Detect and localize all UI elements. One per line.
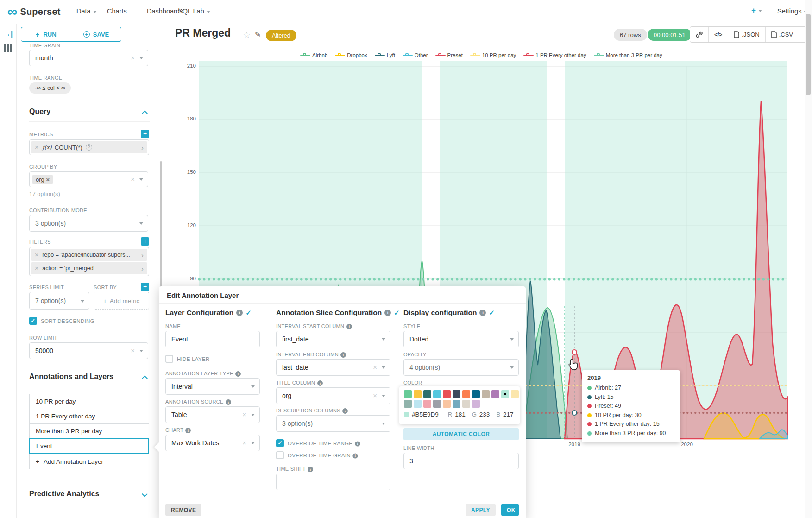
info-icon[interactable] [384, 310, 391, 316]
legend-item[interactable]: Lyft [375, 52, 395, 58]
remove-filter-icon[interactable] [35, 251, 38, 259]
clear-icon[interactable] [242, 439, 246, 447]
info-icon[interactable] [353, 453, 358, 458]
clear-icon[interactable] [373, 392, 377, 400]
info-icon[interactable] [479, 310, 486, 316]
contribution-mode-select[interactable]: 3 option(s) [29, 215, 148, 232]
datasource-grid-icon[interactable] [4, 44, 12, 52]
interval-start-select[interactable]: first_date [276, 331, 390, 347]
color-swatch[interactable] [511, 390, 519, 398]
chevron-up-icon[interactable] [142, 110, 148, 116]
info-icon[interactable] [342, 408, 348, 414]
filter-chip[interactable]: repo = 'apache/incubator-supers... [31, 249, 147, 261]
chart-select[interactable]: Max Work Dates [165, 435, 260, 451]
info-icon[interactable] [235, 371, 241, 377]
group-by-chip[interactable]: org × [32, 175, 53, 184]
remove-button[interactable]: REMOVE [165, 504, 201, 516]
info-icon[interactable] [226, 399, 231, 405]
clear-icon[interactable] [131, 347, 135, 355]
new-item-button[interactable]: + [751, 6, 762, 15]
annotation-layer-type-select[interactable]: Interval [165, 378, 260, 395]
info-icon[interactable] [346, 324, 352, 329]
color-swatch[interactable] [482, 390, 490, 398]
line-width-input[interactable] [403, 453, 519, 469]
question-icon[interactable] [86, 144, 92, 151]
color-swatch[interactable] [423, 400, 431, 408]
annotation-layer-row[interactable]: 10 PR per day [29, 394, 149, 409]
annotation-layer-row[interactable]: More than 3 PR per day [29, 423, 149, 439]
window-scrollbar-thumb[interactable] [806, 14, 811, 95]
legend-item[interactable]: Dropbox [335, 52, 367, 58]
sort-by-add-metric[interactable]: +Add metric [94, 292, 149, 310]
filter-chip[interactable]: action = 'pr_merged' [31, 262, 147, 274]
automatic-color-button[interactable]: AUTOMATIC COLOR [403, 428, 519, 440]
legend-item[interactable]: 10 PR per day [470, 52, 516, 58]
style-select[interactable]: Dotted [403, 331, 519, 347]
info-icon[interactable] [317, 380, 323, 386]
clear-icon[interactable] [131, 54, 135, 62]
remove-metric-icon[interactable] [35, 144, 38, 151]
opacity-select[interactable]: 4 option(s) [403, 359, 519, 376]
color-swatch[interactable] [443, 400, 451, 408]
override-time-grain-checkbox[interactable] [276, 451, 284, 459]
color-swatch[interactable] [423, 390, 431, 398]
info-icon[interactable] [355, 441, 360, 446]
remove-filter-icon[interactable] [35, 265, 38, 272]
color-swatch[interactable] [414, 390, 422, 398]
interval-end-select[interactable]: last_date [276, 359, 390, 376]
info-icon[interactable] [236, 310, 243, 316]
color-swatch[interactable] [472, 390, 480, 398]
color-swatch[interactable] [414, 400, 422, 408]
copy-link-button[interactable] [690, 27, 709, 42]
legend-item[interactable]: Preset [435, 52, 463, 58]
metric-chip[interactable]: ƒ(x) COUNT(*) [31, 141, 147, 153]
annotation-layer-row[interactable]: 1 PR Every other day [29, 409, 149, 424]
apply-button[interactable]: APPLY [466, 504, 496, 516]
export-csv-button[interactable]: .CSV [766, 27, 799, 42]
sort-descending-checkbox[interactable] [29, 317, 37, 325]
color-swatch[interactable] [462, 400, 470, 408]
ok-button[interactable]: OK [501, 504, 519, 516]
hide-layer-checkbox[interactable] [165, 355, 173, 363]
annotation-source-select[interactable]: Table [165, 406, 260, 423]
description-columns-select[interactable]: 3 option(s) [276, 415, 390, 432]
override-time-range-checkbox[interactable] [276, 439, 284, 447]
clear-icon[interactable] [373, 363, 377, 372]
color-swatch[interactable] [491, 390, 499, 398]
add-filter-button[interactable] [141, 237, 149, 246]
time-range-pill[interactable]: -∞ ≤ col < ∞ [29, 82, 71, 94]
star-icon[interactable]: ☆ [243, 30, 251, 40]
nav-charts[interactable]: Charts [107, 7, 127, 15]
embed-code-button[interactable]: </> [709, 27, 728, 42]
legend-item[interactable]: Airbnb [300, 52, 327, 58]
time-shift-input[interactable] [276, 474, 390, 490]
info-icon[interactable] [185, 428, 191, 433]
nav-data[interactable]: Data [76, 7, 97, 15]
color-swatch[interactable] [472, 400, 480, 408]
name-input[interactable] [165, 331, 260, 347]
run-button[interactable]: RUN [21, 27, 71, 41]
group-by-select[interactable]: org × [29, 171, 148, 187]
clear-icon[interactable] [242, 411, 246, 419]
legend-item[interactable]: Other [403, 52, 428, 58]
row-limit-select[interactable]: 50000 [29, 342, 148, 359]
info-icon[interactable] [308, 467, 313, 472]
legend-item[interactable]: More than 3 PR per day [594, 52, 662, 58]
chevron-up-icon[interactable] [142, 375, 148, 381]
collapse-panel-icon[interactable]: →| [4, 30, 13, 38]
color-swatch[interactable] [462, 390, 470, 398]
color-swatch-selected[interactable] [501, 390, 509, 398]
color-swatch[interactable] [453, 390, 460, 398]
time-grain-select[interactable]: month [29, 50, 148, 66]
export-json-button[interactable]: .JSON [728, 27, 765, 42]
settings-menu[interactable]: Settings [777, 7, 807, 15]
chevron-down-icon[interactable] [142, 491, 148, 497]
color-swatch[interactable] [404, 400, 412, 408]
info-icon[interactable] [340, 352, 346, 358]
annotation-layer-row-selected[interactable]: Event [29, 438, 149, 454]
title-column-select[interactable]: org [276, 387, 390, 404]
save-button[interactable]: + SAVE [71, 27, 121, 41]
legend-item[interactable]: 1 PR Every other day [523, 52, 586, 58]
color-swatch[interactable] [443, 390, 451, 398]
color-swatch[interactable] [404, 390, 412, 398]
